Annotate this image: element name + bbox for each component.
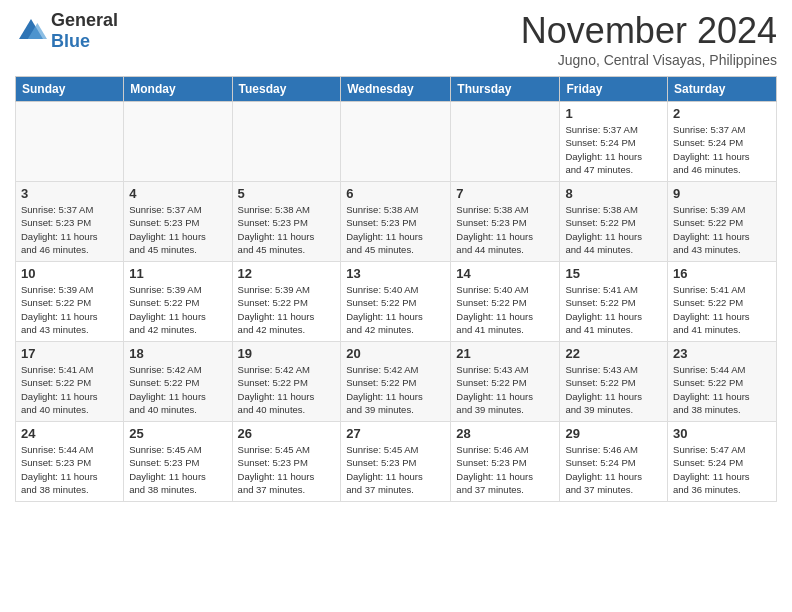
- day-number: 12: [238, 266, 336, 281]
- day-number: 6: [346, 186, 445, 201]
- day-info: Sunrise: 5:43 AMSunset: 5:22 PMDaylight:…: [456, 363, 554, 416]
- day-info: Sunrise: 5:47 AMSunset: 5:24 PMDaylight:…: [673, 443, 771, 496]
- calendar-week-2: 3Sunrise: 5:37 AMSunset: 5:23 PMDaylight…: [16, 182, 777, 262]
- day-number: 18: [129, 346, 226, 361]
- day-number: 13: [346, 266, 445, 281]
- logo-general-text: General: [51, 10, 118, 31]
- calendar-cell: 27Sunrise: 5:45 AMSunset: 5:23 PMDayligh…: [341, 422, 451, 502]
- day-info: Sunrise: 5:40 AMSunset: 5:22 PMDaylight:…: [456, 283, 554, 336]
- page-container: General Blue November 2024 Jugno, Centra…: [0, 0, 792, 512]
- calendar-cell: 19Sunrise: 5:42 AMSunset: 5:22 PMDayligh…: [232, 342, 341, 422]
- calendar-week-4: 17Sunrise: 5:41 AMSunset: 5:22 PMDayligh…: [16, 342, 777, 422]
- day-info: Sunrise: 5:41 AMSunset: 5:22 PMDaylight:…: [565, 283, 662, 336]
- day-number: 16: [673, 266, 771, 281]
- column-header-monday: Monday: [124, 77, 232, 102]
- calendar-cell: 30Sunrise: 5:47 AMSunset: 5:24 PMDayligh…: [668, 422, 777, 502]
- calendar-cell: [341, 102, 451, 182]
- calendar-cell: 9Sunrise: 5:39 AMSunset: 5:22 PMDaylight…: [668, 182, 777, 262]
- calendar-cell: 10Sunrise: 5:39 AMSunset: 5:22 PMDayligh…: [16, 262, 124, 342]
- logo-icon: [15, 15, 47, 47]
- column-header-friday: Friday: [560, 77, 668, 102]
- day-info: Sunrise: 5:37 AMSunset: 5:24 PMDaylight:…: [673, 123, 771, 176]
- day-info: Sunrise: 5:38 AMSunset: 5:22 PMDaylight:…: [565, 203, 662, 256]
- day-info: Sunrise: 5:39 AMSunset: 5:22 PMDaylight:…: [238, 283, 336, 336]
- day-number: 10: [21, 266, 118, 281]
- day-info: Sunrise: 5:37 AMSunset: 5:24 PMDaylight:…: [565, 123, 662, 176]
- calendar-cell: 11Sunrise: 5:39 AMSunset: 5:22 PMDayligh…: [124, 262, 232, 342]
- day-number: 11: [129, 266, 226, 281]
- column-header-wednesday: Wednesday: [341, 77, 451, 102]
- day-number: 1: [565, 106, 662, 121]
- column-header-saturday: Saturday: [668, 77, 777, 102]
- day-info: Sunrise: 5:38 AMSunset: 5:23 PMDaylight:…: [238, 203, 336, 256]
- calendar-cell: [451, 102, 560, 182]
- calendar-cell: 14Sunrise: 5:40 AMSunset: 5:22 PMDayligh…: [451, 262, 560, 342]
- calendar-cell: 8Sunrise: 5:38 AMSunset: 5:22 PMDaylight…: [560, 182, 668, 262]
- calendar-cell: [232, 102, 341, 182]
- day-number: 9: [673, 186, 771, 201]
- calendar-cell: [124, 102, 232, 182]
- logo-blue-text: Blue: [51, 31, 118, 52]
- calendar-week-5: 24Sunrise: 5:44 AMSunset: 5:23 PMDayligh…: [16, 422, 777, 502]
- month-title: November 2024: [521, 10, 777, 52]
- day-info: Sunrise: 5:42 AMSunset: 5:22 PMDaylight:…: [238, 363, 336, 416]
- calendar-cell: [16, 102, 124, 182]
- calendar-cell: 21Sunrise: 5:43 AMSunset: 5:22 PMDayligh…: [451, 342, 560, 422]
- calendar-cell: 24Sunrise: 5:44 AMSunset: 5:23 PMDayligh…: [16, 422, 124, 502]
- day-info: Sunrise: 5:39 AMSunset: 5:22 PMDaylight:…: [673, 203, 771, 256]
- day-info: Sunrise: 5:40 AMSunset: 5:22 PMDaylight:…: [346, 283, 445, 336]
- day-number: 7: [456, 186, 554, 201]
- day-info: Sunrise: 5:42 AMSunset: 5:22 PMDaylight:…: [346, 363, 445, 416]
- calendar-cell: 17Sunrise: 5:41 AMSunset: 5:22 PMDayligh…: [16, 342, 124, 422]
- calendar-cell: 18Sunrise: 5:42 AMSunset: 5:22 PMDayligh…: [124, 342, 232, 422]
- calendar-cell: 16Sunrise: 5:41 AMSunset: 5:22 PMDayligh…: [668, 262, 777, 342]
- day-number: 3: [21, 186, 118, 201]
- calendar-cell: 7Sunrise: 5:38 AMSunset: 5:23 PMDaylight…: [451, 182, 560, 262]
- day-info: Sunrise: 5:45 AMSunset: 5:23 PMDaylight:…: [129, 443, 226, 496]
- calendar-cell: 29Sunrise: 5:46 AMSunset: 5:24 PMDayligh…: [560, 422, 668, 502]
- day-info: Sunrise: 5:45 AMSunset: 5:23 PMDaylight:…: [238, 443, 336, 496]
- calendar-header-row: SundayMondayTuesdayWednesdayThursdayFrid…: [16, 77, 777, 102]
- calendar-table: SundayMondayTuesdayWednesdayThursdayFrid…: [15, 76, 777, 502]
- day-info: Sunrise: 5:41 AMSunset: 5:22 PMDaylight:…: [21, 363, 118, 416]
- calendar-cell: 22Sunrise: 5:43 AMSunset: 5:22 PMDayligh…: [560, 342, 668, 422]
- day-number: 24: [21, 426, 118, 441]
- calendar-cell: 2Sunrise: 5:37 AMSunset: 5:24 PMDaylight…: [668, 102, 777, 182]
- column-header-tuesday: Tuesday: [232, 77, 341, 102]
- day-number: 28: [456, 426, 554, 441]
- day-info: Sunrise: 5:44 AMSunset: 5:23 PMDaylight:…: [21, 443, 118, 496]
- calendar-cell: 20Sunrise: 5:42 AMSunset: 5:22 PMDayligh…: [341, 342, 451, 422]
- calendar-cell: 3Sunrise: 5:37 AMSunset: 5:23 PMDaylight…: [16, 182, 124, 262]
- day-info: Sunrise: 5:44 AMSunset: 5:22 PMDaylight:…: [673, 363, 771, 416]
- day-number: 4: [129, 186, 226, 201]
- calendar-week-1: 1Sunrise: 5:37 AMSunset: 5:24 PMDaylight…: [16, 102, 777, 182]
- day-number: 22: [565, 346, 662, 361]
- day-info: Sunrise: 5:38 AMSunset: 5:23 PMDaylight:…: [346, 203, 445, 256]
- day-number: 25: [129, 426, 226, 441]
- day-number: 17: [21, 346, 118, 361]
- day-number: 2: [673, 106, 771, 121]
- day-info: Sunrise: 5:42 AMSunset: 5:22 PMDaylight:…: [129, 363, 226, 416]
- calendar-cell: 6Sunrise: 5:38 AMSunset: 5:23 PMDaylight…: [341, 182, 451, 262]
- day-number: 8: [565, 186, 662, 201]
- day-number: 15: [565, 266, 662, 281]
- day-number: 21: [456, 346, 554, 361]
- calendar-cell: 4Sunrise: 5:37 AMSunset: 5:23 PMDaylight…: [124, 182, 232, 262]
- day-number: 30: [673, 426, 771, 441]
- day-number: 27: [346, 426, 445, 441]
- day-number: 14: [456, 266, 554, 281]
- calendar-cell: 15Sunrise: 5:41 AMSunset: 5:22 PMDayligh…: [560, 262, 668, 342]
- calendar-cell: 26Sunrise: 5:45 AMSunset: 5:23 PMDayligh…: [232, 422, 341, 502]
- day-number: 29: [565, 426, 662, 441]
- day-number: 20: [346, 346, 445, 361]
- day-number: 23: [673, 346, 771, 361]
- logo: General Blue: [15, 10, 118, 52]
- day-number: 5: [238, 186, 336, 201]
- calendar-cell: 12Sunrise: 5:39 AMSunset: 5:22 PMDayligh…: [232, 262, 341, 342]
- day-info: Sunrise: 5:41 AMSunset: 5:22 PMDaylight:…: [673, 283, 771, 336]
- column-header-thursday: Thursday: [451, 77, 560, 102]
- location: Jugno, Central Visayas, Philippines: [521, 52, 777, 68]
- calendar-cell: 23Sunrise: 5:44 AMSunset: 5:22 PMDayligh…: [668, 342, 777, 422]
- calendar-cell: 5Sunrise: 5:38 AMSunset: 5:23 PMDaylight…: [232, 182, 341, 262]
- day-info: Sunrise: 5:46 AMSunset: 5:23 PMDaylight:…: [456, 443, 554, 496]
